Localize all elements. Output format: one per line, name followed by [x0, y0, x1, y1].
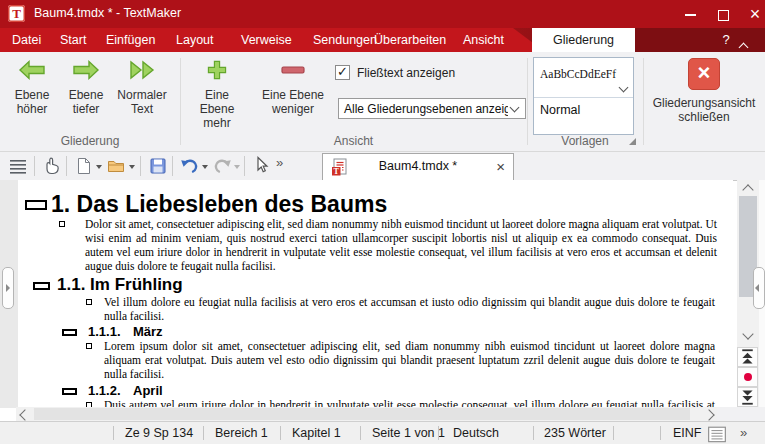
group-label-vorlagen: Vorlagen [527, 134, 643, 148]
scroll-up-icon[interactable] [742, 184, 753, 195]
body-bullet-icon[interactable] [86, 299, 92, 305]
page-view-icon[interactable] [707, 425, 727, 444]
new-document-icon[interactable] [74, 156, 94, 176]
undo-icon[interactable] [180, 156, 200, 176]
close-icon: × [750, 4, 761, 24]
toolbar-separator [140, 156, 141, 176]
double-chevron-up-bar-icon [738, 348, 757, 366]
heading-text: 1. Das Liebesleben des Baums [51, 191, 387, 217]
red-x-icon: × [688, 58, 720, 90]
tab-layout[interactable]: Layout [176, 28, 214, 52]
level-up-button[interactable]: Ebene höher [6, 58, 58, 116]
scroll-down-icon[interactable] [742, 328, 753, 339]
group-label-gliederung: Gliederung [0, 134, 180, 148]
tab-einfuegen[interactable]: Einfügen [106, 28, 155, 52]
tab-datei[interactable]: Datei [12, 28, 41, 52]
outline-body: Dolor sit amet, consectetuer adipiscing … [18, 217, 733, 273]
redo-icon-disabled[interactable] [212, 156, 232, 176]
tab-ueberarbeiten[interactable]: Überarbeiten [374, 28, 446, 52]
one-level-less-button[interactable]: Eine Ebene weniger [258, 58, 328, 116]
status-section[interactable]: Bereich 1 [215, 426, 268, 440]
open-dropdown-caret[interactable] [129, 165, 135, 169]
tab-ansicht[interactable]: Ansicht [463, 28, 504, 52]
redo-dropdown-caret[interactable] [234, 165, 240, 169]
pan-hand-icon[interactable] [42, 156, 62, 176]
collapse-marker-icon[interactable] [33, 282, 50, 290]
maximize-button[interactable] [706, 0, 740, 28]
level-down-button[interactable]: Ebene tiefer [60, 58, 112, 116]
style-name: Normal [540, 103, 580, 117]
save-icon[interactable] [148, 156, 168, 176]
status-line-column[interactable]: Ze 9 Sp 134 [125, 426, 193, 440]
toolbar-overflow-button[interactable]: » [276, 155, 283, 170]
one-level-more-button[interactable]: Eine Ebene mehr [186, 58, 248, 130]
view-menu-icon[interactable] [8, 156, 28, 176]
one-level-less-label: Eine Ebene weniger [258, 88, 328, 116]
status-separator [438, 426, 439, 440]
body-bullet-icon[interactable] [86, 343, 92, 349]
outline-heading-1-1: 1.1. Im Frühling [18, 274, 733, 295]
plus-icon [204, 58, 230, 82]
arrow-left-icon [18, 58, 46, 82]
close-document-icon[interactable]: × [496, 158, 505, 175]
status-separator [113, 426, 114, 440]
document-outline-area[interactable]: 1. Das Liebesleben des Baums Dolor sit a… [18, 180, 733, 408]
tab-gliederung-active[interactable]: Gliederung [532, 28, 635, 52]
status-page[interactable]: Seite 1 von 1 [372, 426, 445, 440]
status-insert-mode[interactable]: EINF [673, 426, 701, 440]
collapse-marker-icon[interactable] [62, 329, 77, 336]
collapse-marker-icon[interactable] [25, 200, 47, 210]
next-page-button[interactable] [737, 387, 758, 407]
undo-dropdown-caret[interactable] [202, 165, 208, 169]
tab-sendungen[interactable]: Sendungen [313, 28, 377, 52]
status-language[interactable]: Deutsch [453, 426, 499, 440]
previous-page-button[interactable] [737, 347, 758, 367]
tab-verweise[interactable]: Verweise [241, 28, 292, 52]
double-chevron-down-bar-icon [738, 388, 757, 406]
outline-heading-1-1-1: 1.1.1.März [18, 324, 733, 339]
status-chapter[interactable]: Kapitel 1 [292, 426, 341, 440]
chevron-down-icon[interactable] [619, 83, 629, 93]
horizontal-scrollbar-thumb[interactable] [34, 408, 690, 420]
scroll-right-icon[interactable] [703, 409, 714, 420]
close-outline-view-button[interactable]: × Gliederungsansicht schließen [648, 58, 760, 124]
level-down-label: Ebene tiefer [60, 88, 112, 116]
open-folder-icon[interactable] [106, 156, 126, 176]
horizontal-scrollbar[interactable] [16, 407, 717, 421]
right-panel-handle[interactable] [753, 267, 765, 309]
body-text: Vel illum dolore eu feugiat nulla facili… [104, 295, 715, 323]
left-panel-handle[interactable] [2, 267, 14, 309]
triangle-right-icon [6, 284, 10, 292]
status-overflow-button[interactable]: » [740, 425, 747, 440]
body-text: Dolor sit amet, consectetuer adipiscing … [85, 217, 717, 273]
outline-levels-dropdown-value: Alle Gliederungsebenen anzeige [339, 102, 508, 116]
help-button[interactable]: ? [716, 28, 736, 52]
normal-text-button[interactable]: Normaler Text [112, 58, 172, 116]
outline-levels-dropdown[interactable]: Alle Gliederungsebenen anzeige [338, 98, 526, 119]
tab-start[interactable]: Start [60, 28, 86, 52]
chevron-down-icon [510, 102, 520, 112]
red-dot-icon [744, 373, 752, 381]
style-gallery[interactable]: AaBbCcDdEeFf Normal [533, 57, 634, 135]
heading-text: 1.1.1.März [88, 324, 163, 339]
scroll-left-icon[interactable] [19, 409, 30, 420]
flowtext-checkbox[interactable]: ✓ [335, 65, 350, 80]
new-document-dropdown-caret[interactable] [96, 165, 102, 169]
outline-heading-1: 1. Das Liebesleben des Baums [18, 191, 733, 217]
group-separator [527, 58, 528, 145]
minimize-button[interactable] [673, 0, 707, 28]
arrow-right-icon [72, 58, 100, 82]
status-word-count[interactable]: 235 Wörter [544, 426, 606, 440]
browse-object-button[interactable] [737, 367, 758, 387]
app-icon: T [8, 5, 25, 22]
document-tab[interactable]: T Baum4.tmdx * × [322, 153, 514, 180]
style-preview-text: AaBbCcDdEeFf [540, 68, 616, 80]
body-bullet-icon[interactable] [59, 221, 65, 227]
select-pointer-icon[interactable] [252, 156, 272, 176]
ribbon-tab-bar: Datei Start Einfügen Layout Verweise Sen… [0, 28, 765, 52]
level-up-label: Ebene höher [6, 88, 58, 116]
close-window-button[interactable]: × [738, 0, 765, 28]
one-level-more-label: Eine Ebene mehr [186, 88, 248, 130]
toolbar-separator [66, 156, 67, 176]
collapse-marker-icon[interactable] [62, 388, 77, 395]
